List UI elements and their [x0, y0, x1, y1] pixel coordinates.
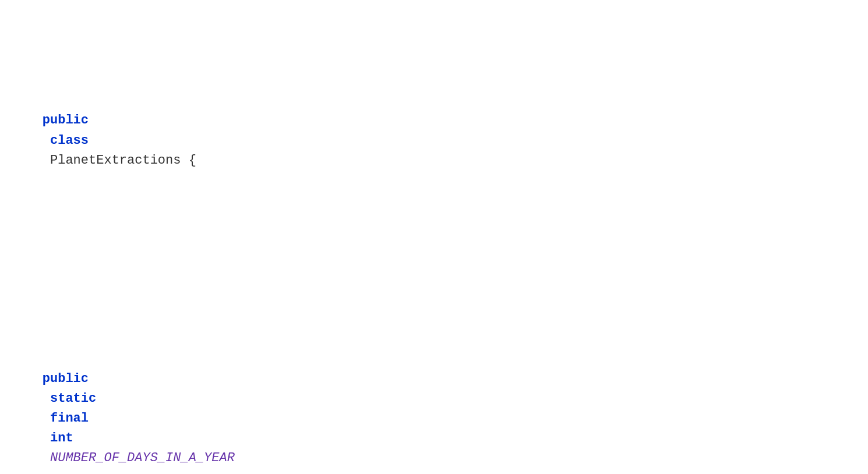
- constant-name: NUMBER_OF_DAYS_IN_A_YEAR: [43, 451, 235, 465]
- keyword-static: static: [43, 391, 96, 406]
- keyword-int: int: [43, 431, 73, 445]
- class-name: PlanetExtractions {: [43, 153, 196, 168]
- class-declaration-line: public class PlanetExtractions {: [12, 91, 851, 190]
- keyword-class: class: [43, 133, 89, 148]
- keyword-final: final: [43, 411, 89, 426]
- code-editor: public class PlanetExtractions { public …: [12, 12, 851, 474]
- keyword-public2: public: [43, 372, 89, 386]
- keyword-public: public: [43, 113, 89, 128]
- field1-line: public static final int NUMBER_OF_DAYS_I…: [12, 330, 851, 475]
- equals-sign: =: [43, 471, 66, 474]
